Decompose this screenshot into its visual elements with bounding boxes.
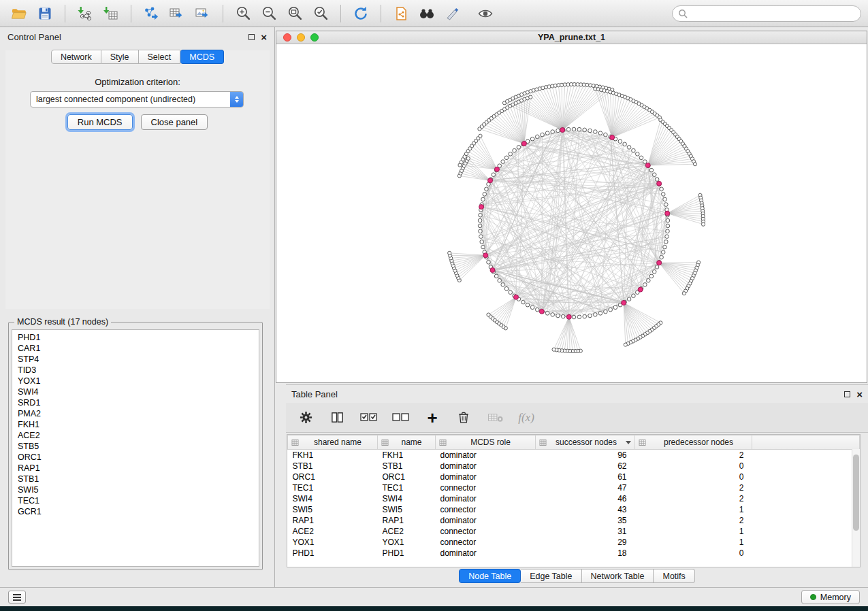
mcds-result-item[interactable]: CAR1 [12,343,259,354]
mcds-result-item[interactable]: YOX1 [12,376,259,386]
column-header-MCDS-role[interactable]: MCDS role [436,435,536,450]
column-grid-icon [291,439,299,446]
zoom-fit-icon[interactable] [283,3,307,24]
annotation-icon[interactable] [440,3,465,24]
table-row[interactable]: FKH1FKH1dominator962 [288,450,860,461]
add-column-icon[interactable]: + [423,407,441,429]
network-window-titlebar[interactable]: YPA_prune.txt_1 [276,31,867,44]
zoom-out-icon[interactable] [257,3,281,24]
cell-filler [752,504,860,515]
tab-select[interactable]: Select [139,50,181,64]
cell-predecessors: 2 [635,493,752,504]
mcds-result-item[interactable]: SWI5 [12,484,259,495]
function-builder-icon[interactable]: f(x) [517,407,535,429]
table-row[interactable]: TEC1TEC1connector472 [288,482,860,493]
mcds-result-item[interactable]: SRD1 [12,397,259,408]
mcds-result-item[interactable]: RAP1 [12,463,259,474]
mcds-result-item[interactable]: STB1 [12,474,259,484]
zoom-selected-icon[interactable] [308,3,333,24]
table-row[interactable]: RAP1RAP1dominator352 [288,515,860,526]
column-header-shared-name[interactable]: shared name [288,435,378,450]
mcds-result-item[interactable]: TID3 [12,365,259,376]
search-icon [678,9,688,18]
show-columns-icon[interactable] [328,407,346,429]
mcds-result-item[interactable]: PMA2 [12,408,259,419]
table-settings-gear-icon[interactable] [297,407,315,429]
delete-column-icon[interactable] [455,407,472,429]
scrollbar-thumb[interactable] [853,455,859,531]
search-input[interactable] [692,9,855,18]
tab-edge-table[interactable]: Edge Table [521,569,581,583]
zoom-in-icon[interactable] [231,3,255,24]
mcds-result-item[interactable]: FKH1 [12,419,259,430]
open-folder-icon[interactable] [7,3,31,24]
column-label: predecessor nodes [649,437,748,447]
tab-network[interactable]: Network [51,50,101,64]
ui-settings-menu-button[interactable] [8,591,26,604]
table-row[interactable]: YOX1YOX1connector291 [288,537,860,548]
tab-node-table[interactable]: Node Table [459,569,521,583]
table-panel-title: Table Panel [291,389,338,399]
table-row[interactable]: STB1STB1dominator620 [288,461,860,472]
cell-role: dominator [436,515,536,526]
import-network-file-icon[interactable] [73,3,97,24]
table-scrollbar[interactable] [852,449,860,567]
mcds-result-item[interactable]: GCR1 [12,506,259,517]
close-panel-button[interactable]: Close panel [141,114,208,130]
run-mcds-button[interactable]: Run MCDS [67,114,133,130]
close-table-panel-icon[interactable]: × [856,389,863,399]
mcds-result-item[interactable]: PHD1 [12,332,259,343]
share-document-icon[interactable] [389,3,413,24]
search-network-icon[interactable] [415,3,439,24]
mcds-result-list[interactable]: PHD1CAR1STP4TID3YOX1SWI4SRD1PMA2FKH1ACE2… [12,329,259,567]
mcds-result-item[interactable]: TEC1 [12,495,259,506]
save-icon[interactable] [33,3,57,24]
close-panel-icon[interactable]: × [261,32,267,42]
float-panel-icon[interactable] [248,34,255,40]
control-panel-tabs: NetworkStyleSelectMCDS [0,50,275,64]
show-hide-icon[interactable] [473,3,498,24]
cell-successors: 47 [536,482,635,493]
tab-style[interactable]: Style [101,50,139,64]
mcds-result-item[interactable]: ACE2 [12,430,259,441]
optimization-criterion-dropdown[interactable]: largest connected component (undirected) [30,91,244,108]
maximize-window-icon[interactable] [310,33,319,42]
mcds-result-item[interactable]: STB5 [12,441,259,452]
sort-caret-icon[interactable] [626,441,631,444]
tab-motifs[interactable]: Motifs [654,569,694,583]
table-row[interactable]: PHD1PHD1dominator180 [288,548,860,559]
mcds-result-item[interactable]: STP4 [12,354,259,365]
search-box[interactable] [672,5,861,22]
toolbar-separator [381,5,381,22]
mcds-result-item[interactable]: SWI4 [12,386,259,397]
float-table-panel-icon[interactable] [844,391,850,397]
export-image-icon[interactable] [191,3,215,24]
tab-mcds[interactable]: MCDS [180,50,224,64]
table-row[interactable]: ACE2ACE2connector311 [288,526,860,537]
select-all-rows-icon[interactable] [359,407,378,429]
cell-name: SWI5 [378,504,436,515]
tab-network-table[interactable]: Network Table [582,569,654,583]
table-row[interactable]: SWI4SWI4dominator462 [288,493,860,504]
column-header-predecessor-nodes[interactable]: predecessor nodes [635,435,752,450]
mcds-result-item[interactable]: ORC1 [12,452,259,463]
export-network-icon[interactable] [139,3,163,24]
refresh-icon[interactable] [349,3,373,24]
memory-button[interactable]: Memory [801,590,860,604]
table-row[interactable]: ORC1ORC1dominator610 [288,472,860,482]
dropdown-value: largest connected component (undirected) [31,95,230,104]
deselect-all-rows-icon[interactable] [391,407,410,429]
import-table-file-icon[interactable] [99,3,123,24]
cell-filler [752,526,860,537]
network-canvas[interactable] [276,44,867,382]
cell-successors: 18 [536,548,635,559]
close-window-icon[interactable] [283,33,291,42]
export-table-icon[interactable] [165,3,189,24]
toolbar-separator [340,5,341,22]
table-row[interactable]: SWI5SWI5connector431 [288,504,860,515]
column-header-name[interactable]: name [378,435,436,450]
delete-table-icon[interactable] [486,407,504,429]
column-header-successor-nodes[interactable]: successor nodes [536,435,635,450]
dropdown-stepper-icon[interactable] [230,91,243,108]
minimize-window-icon[interactable] [297,33,305,42]
